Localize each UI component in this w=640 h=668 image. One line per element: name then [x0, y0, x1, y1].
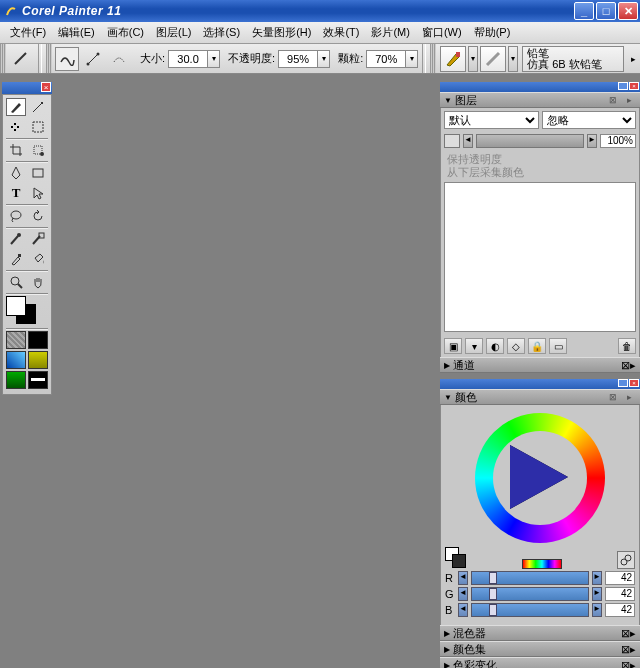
color-main-swatch[interactable]: [445, 547, 467, 569]
dropper-tool[interactable]: [6, 118, 26, 136]
minimize-button[interactable]: _: [574, 2, 594, 20]
brush-variant-dropdown[interactable]: ▾: [508, 46, 518, 72]
panel-toggle-icon[interactable]: ⊠: [621, 359, 630, 372]
r-inc-button[interactable]: ►: [592, 571, 602, 585]
g-dec-button[interactable]: ◄: [458, 587, 468, 601]
panel-collapse-button[interactable]: [618, 82, 628, 90]
brush-variant-selector[interactable]: [480, 46, 506, 72]
straight-stroke-button[interactable]: [81, 47, 105, 71]
b-dec-button[interactable]: ◄: [458, 603, 468, 617]
panel-toggle-icon[interactable]: ⊠: [606, 391, 620, 403]
brush-category-dropdown[interactable]: ▾: [468, 46, 478, 72]
magic-wand-tool[interactable]: [28, 98, 48, 116]
nozzle-selector[interactable]: [28, 371, 48, 389]
r-slider[interactable]: [471, 571, 589, 585]
layer-opacity-slider[interactable]: [476, 134, 584, 148]
eyedropper-tool[interactable]: [6, 250, 26, 268]
pen-tool[interactable]: [6, 164, 26, 182]
menu-select[interactable]: 选择(S): [197, 23, 246, 42]
clone-color-button[interactable]: [617, 551, 635, 569]
maximize-button[interactable]: □: [596, 2, 616, 20]
look-selector[interactable]: [6, 371, 26, 389]
g-value[interactable]: 42: [605, 587, 635, 601]
b-value[interactable]: 42: [605, 603, 635, 617]
paper-selector[interactable]: [6, 331, 26, 349]
freehand-stroke-button[interactable]: [55, 47, 79, 71]
sv-triangle[interactable]: [510, 445, 568, 509]
b-inc-button[interactable]: ►: [592, 603, 602, 617]
grip-icon[interactable]: [430, 44, 436, 73]
foreground-swatch[interactable]: [6, 296, 26, 316]
g-inc-button[interactable]: ►: [592, 587, 602, 601]
color-set-header[interactable]: ▶颜色集⊠▸: [440, 641, 640, 657]
panel-close-button[interactable]: ×: [629, 82, 639, 90]
hue-slider[interactable]: [522, 559, 562, 569]
menu-help[interactable]: 帮助(P): [468, 23, 517, 42]
rect-shape-tool[interactable]: [28, 164, 48, 182]
toolbox-close-button[interactable]: ×: [41, 82, 51, 92]
composite-select[interactable]: 忽略: [542, 111, 637, 129]
r-value[interactable]: 42: [605, 571, 635, 585]
size-dropdown[interactable]: ▾: [208, 50, 220, 68]
opacity-dropdown[interactable]: ▾: [318, 50, 330, 68]
layer-effects-button[interactable]: ◇: [507, 338, 525, 354]
grain-dropdown[interactable]: ▾: [406, 50, 418, 68]
panel-close-button[interactable]: ×: [629, 379, 639, 387]
crop-tool[interactable]: [6, 141, 26, 159]
mixer-header[interactable]: ▶混色器⊠▸: [440, 625, 640, 641]
group-button[interactable]: ▭: [549, 338, 567, 354]
close-button[interactable]: ✕: [618, 2, 638, 20]
layer-menu-button[interactable]: ▾: [465, 338, 483, 354]
selection-adjuster-tool[interactable]: [28, 141, 48, 159]
weave-selector[interactable]: [28, 351, 48, 369]
color-swatches[interactable]: [6, 296, 48, 326]
new-mask-button[interactable]: ◐: [486, 338, 504, 354]
brush-menu-button[interactable]: ▸: [626, 46, 640, 72]
menu-edit[interactable]: 编辑(E): [52, 23, 101, 42]
menu-canvas[interactable]: 画布(C): [101, 23, 150, 42]
size-input[interactable]: [168, 50, 208, 68]
lock-button[interactable]: 🔒: [528, 338, 546, 354]
b-slider[interactable]: [471, 603, 589, 617]
menu-window[interactable]: 窗口(W): [416, 23, 468, 42]
opacity-input[interactable]: [278, 50, 318, 68]
new-layer-button[interactable]: ▣: [444, 338, 462, 354]
layer-lock-icon[interactable]: [444, 134, 460, 148]
dodge-tool[interactable]: [28, 230, 48, 248]
lasso-tool[interactable]: [6, 207, 26, 225]
panel-collapse-button[interactable]: [618, 379, 628, 387]
menu-file[interactable]: 文件(F): [4, 23, 52, 42]
text-tool[interactable]: T: [6, 184, 26, 202]
panel-menu-button[interactable]: ▸: [622, 391, 636, 403]
brush-tool[interactable]: [6, 98, 26, 116]
brush-info[interactable]: 铅笔 仿真 6B 软铅笔: [522, 46, 624, 72]
gradient-selector[interactable]: [6, 351, 26, 369]
menu-movie[interactable]: 影片(M): [365, 23, 416, 42]
zoom-tool[interactable]: [6, 273, 26, 291]
shape-select-tool[interactable]: [28, 184, 48, 202]
grip-icon[interactable]: [46, 44, 52, 73]
menu-effects[interactable]: 效果(T): [317, 23, 365, 42]
layer-list[interactable]: [444, 182, 636, 332]
opacity-inc-button[interactable]: ►: [587, 134, 597, 148]
menu-shapes[interactable]: 矢量图形(H): [246, 23, 317, 42]
panel-menu-button[interactable]: ▸: [630, 359, 636, 372]
g-slider[interactable]: [471, 587, 589, 601]
panel-menu-button[interactable]: ▸: [622, 94, 636, 106]
menu-layer[interactable]: 图层(L): [150, 23, 197, 42]
brush-category-selector[interactable]: [440, 46, 466, 72]
panel-toggle-icon[interactable]: ⊠: [606, 94, 620, 106]
grip-icon[interactable]: [0, 44, 6, 73]
grain-input[interactable]: [366, 50, 406, 68]
rotate-tool[interactable]: [28, 207, 48, 225]
pattern-selector[interactable]: [28, 331, 48, 349]
bucket-tool[interactable]: [28, 250, 48, 268]
brush-shape-icon[interactable]: [9, 47, 33, 71]
channels-header[interactable]: ▶ 通道 ⊠ ▸: [440, 357, 640, 373]
layers-header[interactable]: ▼ 图层 ⊠ ▸: [440, 92, 640, 108]
clone-tool[interactable]: [6, 230, 26, 248]
delete-layer-button[interactable]: 🗑: [618, 338, 636, 354]
color-wheel[interactable]: [475, 413, 605, 543]
color-variability-header[interactable]: ▶色彩变化⊠▸: [440, 657, 640, 668]
r-dec-button[interactable]: ◄: [458, 571, 468, 585]
